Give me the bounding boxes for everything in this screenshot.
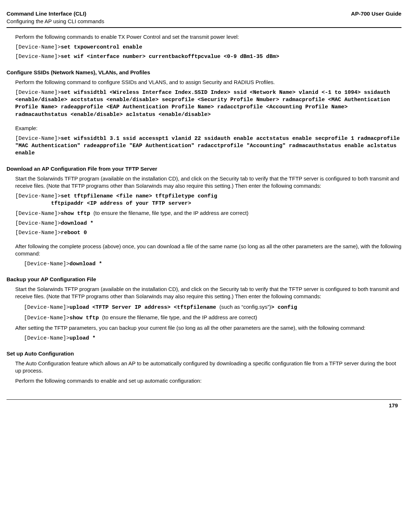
section-heading: Set up Auto Configuration xyxy=(7,350,401,357)
note-text: (such as “config.sys”) xyxy=(219,304,271,310)
header-subtitle: Configuring the AP using CLI commands xyxy=(7,18,104,25)
header-left: Command Line Interface (CLI) Configuring… xyxy=(7,10,104,25)
code-block: [Device-Name]>set wifssidtbl 3.1 ssid ac… xyxy=(15,135,401,157)
code-block: [Device-Name]>download * xyxy=(15,261,401,268)
body-text: Example: xyxy=(15,125,401,132)
command-text: show tftp xyxy=(61,211,93,217)
prompt: [Device-Name]> xyxy=(15,44,61,50)
prompt: [Device-Name]> xyxy=(15,54,61,60)
prompt: [Device-Name]> xyxy=(24,315,70,321)
prompt: [Device-Name]> xyxy=(24,304,70,311)
command-text: > config xyxy=(271,304,297,311)
body-text: Start the Solarwinds TFTP program (avail… xyxy=(15,286,401,300)
code-block: [Device-Name]>show tftp (to ensure the f… xyxy=(15,209,401,217)
prompt: [Device-Name]> xyxy=(15,136,61,142)
command-text: show tftp xyxy=(70,315,102,321)
body-text: The Auto Configuration feature which all… xyxy=(15,360,401,375)
body-text: Perform the following command to configu… xyxy=(15,79,401,86)
body-text: Perform the following commands to enable… xyxy=(15,34,401,41)
note-text: (to ensure the filename, file type, and … xyxy=(93,210,248,216)
body-text: Start the Solarwinds TFTP program (avail… xyxy=(15,175,401,190)
command-text: download * xyxy=(61,220,93,226)
section-heading: Configure SSIDs (Network Names), VLANs, … xyxy=(7,69,401,76)
command-text: tftpipaddr <IP address of your TFTP serv… xyxy=(15,200,191,207)
body-text: After following the complete process (ab… xyxy=(15,243,401,258)
code-block: [Device-Name]>upload * xyxy=(15,335,401,342)
header-title: Command Line Interface (CLI) xyxy=(7,10,104,18)
prompt: [Device-Name]> xyxy=(15,193,61,199)
code-block: [Device-Name]>set txpowercontrol enable xyxy=(15,44,401,51)
command-text: set wifssidtbl <Wireless Interface Index… xyxy=(15,90,393,118)
prompt: [Device-Name]> xyxy=(24,335,70,341)
command-text: set wifssidtbl 3.1 ssid accesspt1 vlanid… xyxy=(15,136,403,157)
code-block: [Device-Name]>reboot 0 xyxy=(15,229,401,237)
code-block: [Device-Name]>download * xyxy=(15,220,401,227)
command-text: upload <TFTP Server IP address> <tftpfil… xyxy=(70,304,219,311)
prompt: [Device-Name]> xyxy=(15,211,61,217)
command-text: reboot 0 xyxy=(61,230,87,236)
command-text: set txpowercontrol enable xyxy=(61,44,142,50)
command-text: set tftpfilename <file name> tftpfiletyp… xyxy=(61,193,217,199)
command-text: set wif <interface number> currentbackof… xyxy=(61,54,279,60)
code-block: [Device-Name]>set wifssidtbl <Wireless I… xyxy=(15,89,401,119)
command-text: upload * xyxy=(70,335,96,341)
page-header: Command Line Interface (CLI) Configuring… xyxy=(7,10,401,28)
section-heading: Download an AP Configuration File from y… xyxy=(7,165,401,173)
body-text: Perform the following commands to enable… xyxy=(15,378,401,385)
code-block: [Device-Name]>set wif <interface number>… xyxy=(15,53,401,61)
code-block: [Device-Name]>show tftp (to ensure the f… xyxy=(15,314,401,322)
prompt: [Device-Name]> xyxy=(24,261,70,267)
page-number: 179 xyxy=(7,400,401,409)
code-block: [Device-Name]>upload <TFTP Server IP add… xyxy=(15,303,401,311)
prompt: [Device-Name]> xyxy=(15,230,61,236)
prompt: [Device-Name]> xyxy=(15,220,61,226)
prompt: [Device-Name]> xyxy=(15,90,61,96)
command-text: download * xyxy=(70,261,102,267)
section-heading: Backup your AP Configuration File xyxy=(7,276,401,283)
note-text: (to ensure the filename, file type, and … xyxy=(102,314,257,320)
body-text: After setting the TFTP parameters, you c… xyxy=(15,325,401,332)
code-block: [Device-Name]>set tftpfilename <file nam… xyxy=(15,193,401,208)
header-guide: AP-700 User Guide xyxy=(351,10,401,18)
